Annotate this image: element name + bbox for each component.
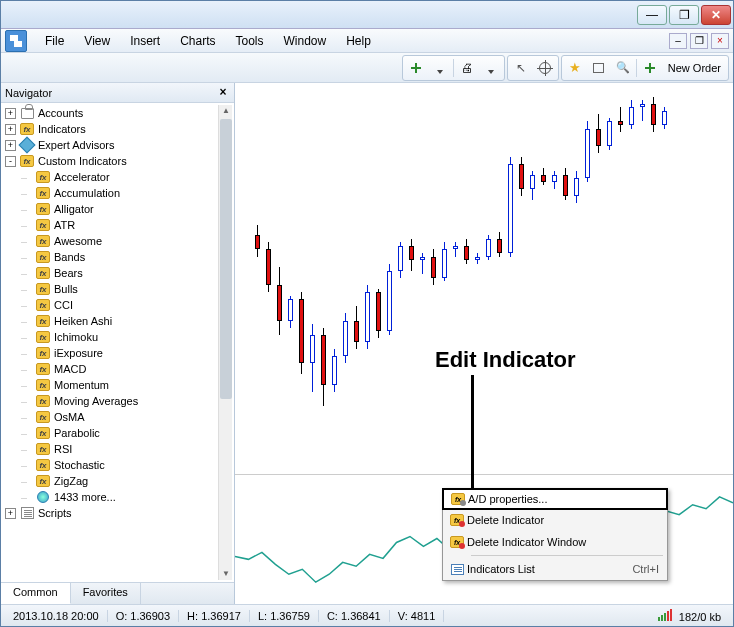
ctx-delete-indicator[interactable]: Delete Indicator [443, 509, 667, 531]
menu-view[interactable]: View [74, 31, 120, 51]
scroll-thumb[interactable] [220, 119, 232, 399]
fx-icon [36, 187, 50, 199]
toolbar-profiles-button[interactable]: 🖨 [455, 57, 479, 79]
toolbar-profiles-dropdown[interactable] [479, 57, 503, 79]
navigator-scrollbar[interactable]: ▲ ▼ [218, 105, 232, 580]
toolbar-cursor-button[interactable]: ↖ [509, 57, 533, 79]
navigator-header: Navigator × [1, 83, 234, 103]
tree-indicator-parabolic[interactable]: ⋯Parabolic [1, 425, 234, 441]
tree-item-label: Accumulation [54, 187, 120, 199]
status-connection[interactable]: 182/0 kb [650, 609, 729, 623]
main-area: Navigator × +Accounts+Indicators+Expert … [1, 83, 733, 604]
chart-area[interactable]: Edit Indicator A/D properties... Delete … [235, 83, 733, 604]
window-maximize-button[interactable]: ❐ [669, 5, 699, 25]
tree-branch-icon: ⋯ [21, 286, 35, 293]
navigator-panel: Navigator × +Accounts+Indicators+Expert … [1, 83, 235, 604]
toolbar-new-order-button[interactable]: New Order [662, 62, 727, 74]
menu-file[interactable]: File [35, 31, 74, 51]
navigator-tree[interactable]: +Accounts+Indicators+Expert Advisors-Cus… [1, 103, 234, 582]
tree-indicators[interactable]: +Indicators [1, 121, 234, 137]
toolbar-new-chart-dropdown[interactable] [428, 57, 452, 79]
ctx-indicators-list[interactable]: Indicators List Ctrl+I [443, 558, 667, 580]
scroll-up-icon[interactable]: ▲ [220, 105, 232, 117]
tree-expert-advisors[interactable]: +Expert Advisors [1, 137, 234, 153]
tree-branch-icon: ⋯ [21, 350, 35, 357]
menu-window[interactable]: Window [274, 31, 337, 51]
fx-icon [36, 251, 50, 263]
tree-indicator-osma[interactable]: ⋯OsMA [1, 409, 234, 425]
toolbar: 🖨 ↖ ★ 🔍 New Order [1, 53, 733, 83]
tree-indicator-iexposure[interactable]: ⋯iExposure [1, 345, 234, 361]
acct-icon [21, 108, 34, 119]
tree-toggle-icon[interactable]: + [5, 508, 16, 519]
crosshair-icon [539, 62, 551, 74]
fx-icon [36, 299, 50, 311]
tree-indicator-atr[interactable]: ⋯ATR [1, 217, 234, 233]
tree-indicator-accelerator[interactable]: ⋯Accelerator [1, 169, 234, 185]
tab-common[interactable]: Common [1, 583, 71, 604]
menu-help[interactable]: Help [336, 31, 381, 51]
toolbar-crosshair-button[interactable] [533, 57, 557, 79]
tree-branch-icon: ⋯ [21, 254, 35, 261]
tree-indicator-moving-averages[interactable]: ⋯Moving Averages [1, 393, 234, 409]
tree-indicator-bands[interactable]: ⋯Bands [1, 249, 234, 265]
tree-indicator-stochastic[interactable]: ⋯Stochastic [1, 457, 234, 473]
fx-icon [36, 171, 50, 183]
menu-tools[interactable]: Tools [226, 31, 274, 51]
tree-indicator-zigzag[interactable]: ⋯ZigZag [1, 473, 234, 489]
tree-indicator-awesome[interactable]: ⋯Awesome [1, 233, 234, 249]
tree-item-label: CCI [54, 299, 73, 311]
diamond-icon [19, 137, 36, 154]
window-minimize-button[interactable]: — [637, 5, 667, 25]
tree-indicator-rsi[interactable]: ⋯RSI [1, 441, 234, 457]
toolbar-window-button[interactable] [587, 57, 611, 79]
tree-branch-icon: ⋯ [21, 414, 35, 421]
toolbar-new-chart-button[interactable] [404, 57, 428, 79]
tree-branch-icon: ⋯ [21, 366, 35, 373]
tree-branch-icon: ⋯ [21, 446, 35, 453]
tab-favorites[interactable]: Favorites [71, 583, 141, 604]
tree-indicator-heiken-ashi[interactable]: ⋯Heiken Ashi [1, 313, 234, 329]
ctx-delete-indicator-window[interactable]: Delete Indicator Window [443, 531, 667, 553]
tree-branch-icon: ⋯ [21, 430, 35, 437]
tree-toggle-icon[interactable]: + [5, 124, 16, 135]
tree-item-label: Moving Averages [54, 395, 138, 407]
ctx-label: A/D properties... [468, 493, 547, 505]
globe-icon [37, 491, 49, 503]
toolbar-favorite-button[interactable]: ★ [563, 57, 587, 79]
window-close-button[interactable]: ✕ [701, 5, 731, 25]
status-datetime: 2013.10.18 20:00 [5, 610, 108, 622]
fx-icon [36, 363, 50, 375]
toolbar-search-button[interactable]: 🔍 [611, 57, 635, 79]
fx-properties-icon [451, 493, 465, 505]
tree-indicator-alligator[interactable]: ⋯Alligator [1, 201, 234, 217]
mdi-minimize-button[interactable]: – [669, 33, 687, 49]
tree-indicator-macd[interactable]: ⋯MACD [1, 361, 234, 377]
tree-indicator-momentum[interactable]: ⋯Momentum [1, 377, 234, 393]
tree-indicator-cci[interactable]: ⋯CCI [1, 297, 234, 313]
scroll-down-icon[interactable]: ▼ [220, 568, 232, 580]
toolbar-new-order-icon[interactable] [638, 57, 662, 79]
tree-indicator-bulls[interactable]: ⋯Bulls [1, 281, 234, 297]
cursor-icon: ↖ [516, 61, 526, 75]
fx-icon [36, 315, 50, 327]
tree-toggle-icon[interactable]: + [5, 108, 16, 119]
tree-indicator-bears[interactable]: ⋯Bears [1, 265, 234, 281]
menu-insert[interactable]: Insert [120, 31, 170, 51]
tree-indicator-accumulation[interactable]: ⋯Accumulation [1, 185, 234, 201]
menu-charts[interactable]: Charts [170, 31, 225, 51]
tree-accounts[interactable]: +Accounts [1, 105, 234, 121]
mdi-restore-button[interactable]: ❐ [690, 33, 708, 49]
tree-indicator-ichimoku[interactable]: ⋯Ichimoku [1, 329, 234, 345]
tree-toggle-icon[interactable]: + [5, 140, 16, 151]
tree-custom-indicators[interactable]: -Custom Indicators [1, 153, 234, 169]
tree-item-label: Expert Advisors [38, 139, 114, 151]
annotation-arrow [471, 375, 474, 493]
tree-scripts[interactable]: +Scripts [1, 505, 234, 521]
mdi-close-button[interactable]: × [711, 33, 729, 49]
navigator-close-button[interactable]: × [216, 86, 230, 100]
tree-more-indicators[interactable]: ⋯1433 more... [1, 489, 234, 505]
tree-toggle-icon[interactable]: - [5, 156, 16, 167]
ctx-ad-properties[interactable]: A/D properties... [442, 488, 668, 510]
fx-icon [36, 475, 50, 487]
